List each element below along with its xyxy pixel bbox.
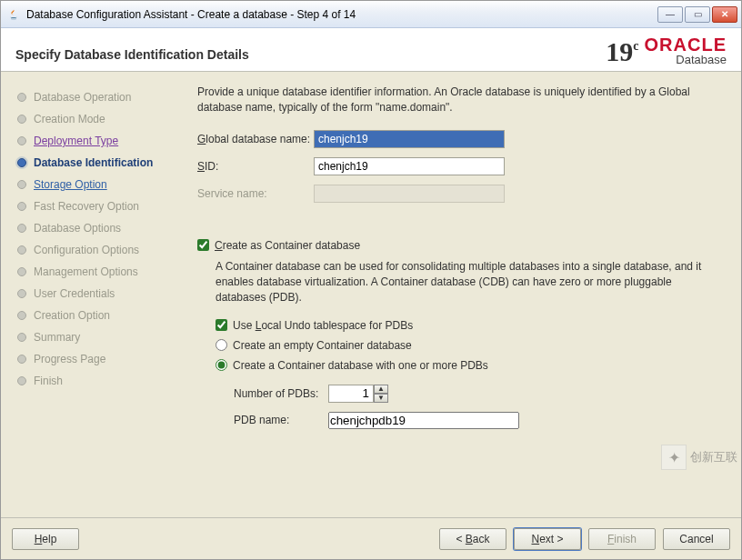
num-pdbs-label: Number of PDBs: — [234, 387, 328, 400]
service-row: Service name: — [197, 185, 723, 203]
instruction-text: Provide a unique database identifier inf… — [197, 85, 723, 115]
window-title: Database Configuration Assistant - Creat… — [26, 8, 657, 21]
cancel-button[interactable]: Cancel — [663, 528, 730, 550]
sid-label: SID: — [197, 160, 314, 173]
sidebar-item-database-identification[interactable]: Database Identification — [17, 152, 181, 174]
create-container-row: Create as Container database — [197, 239, 723, 252]
local-undo-row: Use Local Undo tablespace for PDBs — [216, 319, 723, 332]
global-db-input[interactable] — [314, 130, 505, 148]
window-buttons: — ▭ ✕ — [657, 6, 737, 23]
pdb-name-row: PDB name: — [234, 412, 723, 429]
wizard-body: Database Operation Creation Mode Deploym… — [1, 72, 741, 517]
num-pdbs-spinner: ▲ ▼ — [374, 385, 388, 403]
oracle-brand: 19c ORACLE Database — [606, 35, 727, 65]
pdb-name-input[interactable] — [328, 412, 519, 429]
wizard-footer: Help < Back Next > Finish Cancel — [1, 517, 741, 559]
sidebar-item-config-options: Configuration Options — [17, 239, 181, 261]
sid-input[interactable] — [314, 157, 505, 175]
brand-database: Database — [676, 54, 727, 65]
cdb-with-pdb-row: Create a Container database with one or … — [216, 359, 723, 372]
watermark-icon: ✦ — [661, 445, 687, 470]
local-undo-checkbox[interactable] — [216, 319, 227, 331]
wizard-window: Database Configuration Assistant - Creat… — [0, 0, 742, 560]
titlebar: Database Configuration Assistant - Creat… — [1, 1, 741, 28]
brand-oracle: ORACLE — [645, 35, 727, 54]
cdb-with-pdb-label: Create a Container database with one or … — [233, 359, 488, 372]
num-pdbs-input[interactable] — [328, 385, 374, 403]
container-section: Create as Container database A Container… — [197, 239, 723, 438]
brand-version: 19c — [606, 38, 638, 65]
wizard-header: Specify Database Identification Details … — [1, 28, 741, 72]
sidebar-item-fast-recovery: Fast Recovery Option — [17, 195, 181, 217]
back-button[interactable]: < Back — [439, 528, 506, 550]
sidebar-item-creation-mode: Creation Mode — [17, 108, 181, 130]
wizard-sidebar: Database Operation Creation Mode Deploym… — [8, 81, 186, 510]
sidebar-item-progress: Progress Page — [17, 348, 181, 370]
watermark: ✦ 创新互联 — [661, 445, 737, 470]
pdb-name-label: PDB name: — [234, 414, 328, 426]
empty-cdb-label: Create an empty Container database — [233, 339, 412, 352]
maximize-button[interactable]: ▭ — [685, 6, 710, 23]
sidebar-item-summary: Summary — [17, 326, 181, 348]
num-pdbs-row: Number of PDBs: ▲ ▼ — [234, 385, 723, 403]
global-db-label: Global database name: — [197, 133, 314, 145]
sidebar-item-deployment-type[interactable]: Deployment Type — [17, 130, 181, 152]
empty-cdb-radio[interactable] — [216, 339, 227, 351]
sidebar-item-storage-option[interactable]: Storage Option — [17, 174, 181, 195]
sid-row: SID: — [197, 157, 723, 175]
cdb-with-pdb-radio[interactable] — [216, 359, 227, 371]
create-container-checkbox[interactable] — [197, 239, 209, 251]
container-description: A Container database can be used for con… — [216, 259, 723, 306]
service-input — [314, 185, 505, 203]
page-title: Specify Database Identification Details — [15, 47, 606, 65]
sidebar-item-management-options: Management Options — [17, 261, 181, 283]
minimize-button[interactable]: — — [657, 6, 683, 23]
wizard-content: Provide a unique database identifier inf… — [186, 81, 734, 510]
spinner-up-button[interactable]: ▲ — [374, 385, 388, 394]
sidebar-item-finish: Finish — [17, 370, 181, 392]
next-button[interactable]: Next > — [514, 528, 581, 550]
service-label: Service name: — [197, 187, 314, 200]
spinner-down-button[interactable]: ▼ — [374, 394, 388, 403]
close-button[interactable]: ✕ — [712, 6, 737, 23]
empty-cdb-row: Create an empty Container database — [216, 339, 723, 352]
sidebar-item-database-options: Database Options — [17, 217, 181, 239]
help-button[interactable]: Help — [12, 528, 79, 550]
global-db-row: Global database name: — [197, 130, 723, 148]
sidebar-item-creation-option: Creation Option — [17, 305, 181, 326]
local-undo-label: Use Local Undo tablespace for PDBs — [233, 319, 413, 332]
java-icon — [6, 7, 21, 22]
watermark-text: 创新互联 — [690, 449, 737, 465]
finish-button: Finish — [588, 528, 656, 550]
sidebar-item-user-credentials: User Credentials — [17, 283, 181, 305]
create-container-label: Create as Container database — [215, 239, 360, 252]
sidebar-item-database-operation: Database Operation — [17, 86, 181, 108]
